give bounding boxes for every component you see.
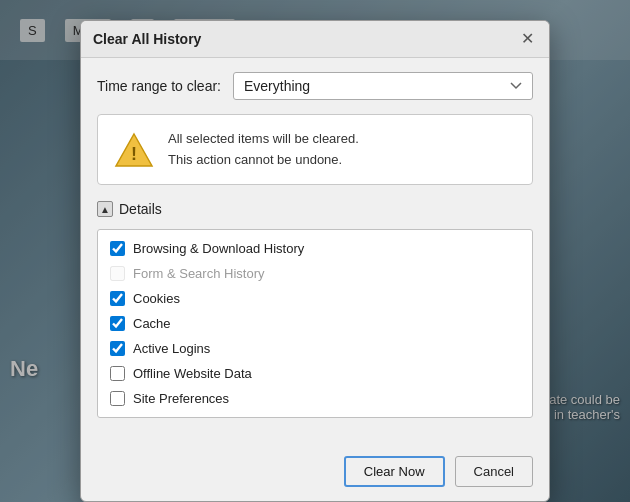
checkbox-form <box>110 266 125 281</box>
svg-text:!: ! <box>131 144 137 164</box>
checkbox-siteprefs-label[interactable]: Site Preferences <box>133 391 229 406</box>
time-range-select[interactable]: Everything Last Hour Last Two Hours Last… <box>233 72 533 100</box>
details-toggle[interactable]: ▲ Details <box>97 199 162 219</box>
modal-overlay: Clear All History ✕ Time range to clear:… <box>0 0 630 502</box>
checkbox-form-label: Form & Search History <box>133 266 264 281</box>
dialog-title: Clear All History <box>93 31 201 47</box>
checkbox-activelogins-label[interactable]: Active Logins <box>133 341 210 356</box>
checkbox-item-cookies: Cookies <box>106 286 524 311</box>
checkbox-item-activelogins: Active Logins <box>106 336 524 361</box>
warning-line2: This action cannot be undone. <box>168 150 359 171</box>
cancel-button[interactable]: Cancel <box>455 456 533 487</box>
warning-icon: ! <box>114 130 154 170</box>
checkbox-item-offline: Offline Website Data <box>106 361 524 386</box>
checkbox-offline[interactable] <box>110 366 125 381</box>
checkbox-activelogins[interactable] <box>110 341 125 356</box>
dialog-titlebar: Clear All History ✕ <box>81 21 549 58</box>
checkbox-cookies[interactable] <box>110 291 125 306</box>
checkbox-offline-label[interactable]: Offline Website Data <box>133 366 252 381</box>
checkbox-cookies-label[interactable]: Cookies <box>133 291 180 306</box>
time-range-label: Time range to clear: <box>97 78 221 94</box>
clear-history-dialog: Clear All History ✕ Time range to clear:… <box>80 20 550 502</box>
close-button[interactable]: ✕ <box>517 29 537 49</box>
details-label: Details <box>119 201 162 217</box>
details-chevron: ▲ <box>100 204 110 215</box>
checkbox-item-siteprefs: Site Preferences <box>106 386 524 411</box>
checkbox-item-cache: Cache <box>106 311 524 336</box>
checkbox-cache[interactable] <box>110 316 125 331</box>
time-range-row: Time range to clear: Everything Last Hou… <box>97 72 533 100</box>
checkbox-browsing-label[interactable]: Browsing & Download History <box>133 241 304 256</box>
dialog-footer: Clear Now Cancel <box>81 446 549 501</box>
warning-line1: All selected items will be cleared. <box>168 129 359 150</box>
warning-box: ! All selected items will be cleared. Th… <box>97 114 533 186</box>
checkbox-cache-label[interactable]: Cache <box>133 316 171 331</box>
checkbox-siteprefs[interactable] <box>110 391 125 406</box>
checkbox-browsing[interactable] <box>110 241 125 256</box>
checkbox-list: Browsing & Download History Form & Searc… <box>97 229 533 418</box>
warning-text: All selected items will be cleared. This… <box>168 129 359 171</box>
dialog-body: Time range to clear: Everything Last Hou… <box>81 58 549 447</box>
clear-now-button[interactable]: Clear Now <box>344 456 445 487</box>
details-toggle-icon: ▲ <box>97 201 113 217</box>
checkbox-item-browsing: Browsing & Download History <box>106 236 524 261</box>
checkbox-item-form: Form & Search History <box>106 261 524 286</box>
